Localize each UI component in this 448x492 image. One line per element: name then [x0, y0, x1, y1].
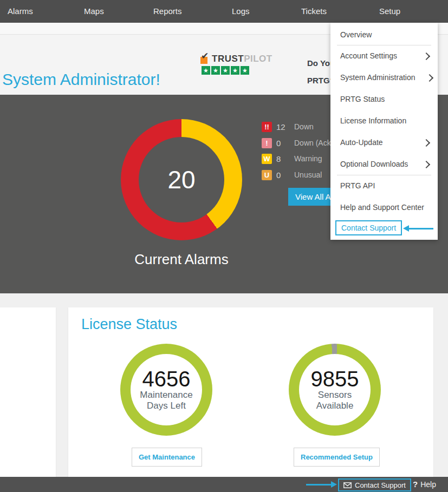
current-alarms-donut-chart: 20: [121, 119, 242, 240]
down-ack-count: 0: [276, 139, 281, 148]
sensors-available-value: 9855: [311, 368, 359, 390]
contact-support-highlight-box[interactable]: Contact Support: [335, 220, 402, 235]
menu-item-system-administration[interactable]: System Administration: [330, 67, 438, 88]
setup-dropdown-menu: Overview Account Settings System Adminis…: [330, 23, 438, 240]
star-icon: ★: [202, 66, 210, 75]
trustpilot-star-rating: ★ ★ ★ ★ ★: [202, 66, 272, 75]
current-alarms-title: Current Alarms: [100, 251, 263, 268]
trustpilot-logo[interactable]: ✔ TRUSTPILOT ★ ★ ★ ★ ★: [200, 54, 272, 75]
nav-item-tickets[interactable]: Tickets: [301, 0, 327, 23]
unusual-status-icon: U: [262, 170, 272, 180]
top-nav: Alarms Maps Reports Logs Tickets Setup: [0, 0, 448, 23]
left-partial-card: [0, 307, 56, 477]
legend-row-down-ack[interactable]: ! 0 Down (Acknowledged): [262, 137, 272, 148]
sensors-available-ring-chart: 9855 Sensors Available: [289, 344, 381, 436]
nav-item-reports[interactable]: Reports: [153, 0, 182, 23]
footer-help-link[interactable]: ? Help: [413, 480, 436, 489]
license-status-title: License Status: [81, 316, 177, 333]
legend-row-unusual[interactable]: U 0 Unusual: [262, 169, 272, 180]
annotation-arrow-menu-contact-support: [403, 225, 433, 233]
nav-item-logs[interactable]: Logs: [232, 0, 250, 23]
nav-item-setup[interactable]: Setup: [379, 0, 400, 23]
star-icon: ★: [241, 66, 249, 75]
envelope-icon: [343, 482, 352, 488]
trustpilot-check-icon: ✔: [200, 55, 210, 64]
footer-contact-support-label: Contact Support: [355, 481, 406, 489]
unusual-label: Unusual: [294, 170, 322, 179]
menu-item-optional-downloads[interactable]: Optional Downloads: [330, 153, 438, 175]
menu-item-prtg-api[interactable]: PRTG API: [330, 175, 438, 196]
nav-item-alarms[interactable]: Alarms: [8, 0, 33, 23]
warning-status-icon: W: [262, 154, 272, 164]
get-maintenance-button[interactable]: Get Maintenance: [132, 448, 202, 467]
legend-row-warning[interactable]: W 8 Warning: [262, 153, 272, 164]
down-ack-status-icon: !: [262, 138, 272, 148]
sensors-label-line1: Sensors: [318, 390, 352, 401]
unusual-count: 0: [276, 170, 281, 180]
help-icon: ?: [413, 480, 418, 489]
chevron-right-icon: [426, 74, 433, 82]
chevron-right-icon: [423, 53, 430, 60]
nav-item-maps[interactable]: Maps: [84, 0, 104, 23]
maintenance-label-line1: Maintenance: [140, 390, 192, 401]
maintenance-label-line2: Days Left: [147, 401, 186, 411]
menu-item-auto-update[interactable]: Auto-Update: [330, 132, 438, 153]
license-status-card: License Status 4656 Maintenance Days Lef…: [68, 307, 433, 477]
chevron-right-icon: [423, 161, 430, 168]
prtg-dashboard: Alarms Maps Reports Logs Tickets Setup S…: [0, 0, 448, 492]
recommended-setup-button[interactable]: Recommended Setup: [294, 448, 380, 467]
star-icon: ★: [211, 66, 220, 75]
maintenance-days-value: 4656: [142, 368, 191, 390]
annotation-arrow-footer-contact-support: [306, 481, 337, 489]
menu-item-account-settings[interactable]: Account Settings: [330, 45, 438, 67]
warning-label: Warning: [294, 154, 322, 163]
down-status-icon: !!: [262, 122, 272, 132]
menu-item-license-information[interactable]: License Information: [330, 110, 438, 132]
menu-item-help-support-center[interactable]: Help and Support Center: [330, 196, 438, 218]
trustpilot-brand-trust: TRUST: [212, 54, 244, 64]
chevron-right-icon: [423, 139, 430, 147]
trustpilot-brand-pilot: PILOT: [244, 54, 272, 64]
menu-item-overview[interactable]: Overview: [330, 24, 438, 45]
footer-contact-support-button[interactable]: Contact Support: [338, 478, 411, 491]
sensors-label-line2: Available: [316, 401, 354, 411]
footer-bar: Contact Support ? Help: [0, 477, 448, 492]
star-icon: ★: [231, 66, 239, 75]
legend-row-down[interactable]: !! 12 Down: [262, 121, 272, 132]
maintenance-days-ring-chart: 4656 Maintenance Days Left: [120, 344, 212, 436]
greeting-title: System Administrator!: [2, 70, 160, 89]
menu-item-prtg-status[interactable]: PRTG Status: [330, 88, 438, 110]
footer-help-label: Help: [420, 480, 436, 489]
down-label: Down: [294, 122, 314, 131]
warning-count: 8: [276, 154, 281, 163]
current-alarms-total: 20: [167, 165, 195, 194]
star-icon: ★: [221, 66, 230, 75]
down-count: 12: [276, 122, 285, 132]
